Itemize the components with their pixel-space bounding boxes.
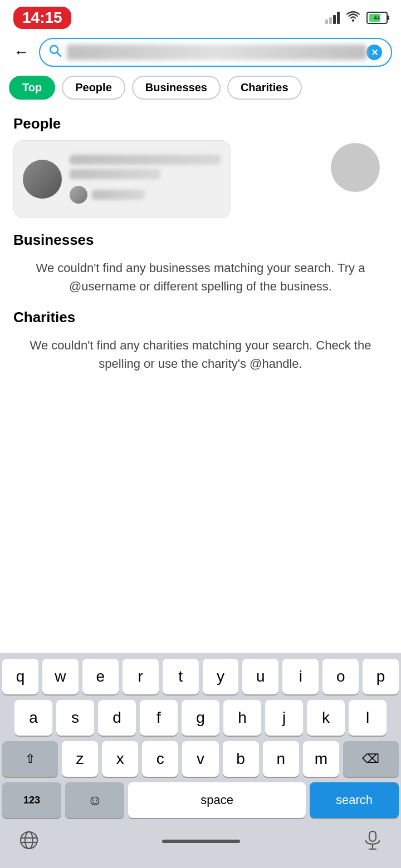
filter-tabs: Top People Businesses Charities [0, 73, 401, 106]
status-bar: 14:15 4+ [0, 0, 401, 33]
tab-people[interactable]: People [62, 76, 125, 100]
status-time: 14:15 [13, 7, 71, 29]
key-l[interactable]: l [349, 700, 387, 736]
keyboard-row-1: q w e r t y u i o p [2, 659, 399, 694]
space-label: space [200, 793, 233, 807]
key-a[interactable]: a [14, 700, 52, 736]
keyboard-row-4: 123 ☺ space search [2, 782, 399, 818]
main-content: People Businesses We couldn't find any b… [0, 106, 401, 391]
backspace-icon: ⌫ [362, 752, 379, 766]
keyboard-accessory [2, 823, 399, 866]
key-g[interactable]: g [182, 700, 219, 736]
key-t[interactable]: t [163, 659, 199, 694]
home-indicator [162, 840, 240, 843]
mini-avatar [70, 186, 87, 204]
businesses-heading: Businesses [13, 231, 388, 249]
charities-heading: Charities [13, 309, 388, 326]
businesses-section: Businesses We couldn't find any business… [13, 231, 388, 295]
emoji-key[interactable]: ☺ [65, 782, 124, 818]
blurred-handle [70, 169, 160, 179]
blurred-name [70, 155, 221, 165]
scroll-hint-circle [331, 143, 380, 192]
status-icons: 4+ [325, 10, 388, 26]
tab-charities[interactable]: Charities [227, 76, 302, 100]
globe-icon[interactable] [19, 830, 39, 852]
key-f[interactable]: f [140, 700, 178, 736]
svg-rect-7 [369, 831, 376, 841]
search-icon [49, 45, 61, 60]
key-e[interactable]: e [82, 659, 119, 694]
businesses-no-results: We couldn't find any businesses matching… [22, 259, 379, 295]
tab-top[interactable]: Top [9, 76, 55, 100]
numbers-label: 123 [23, 795, 40, 806]
avatar [23, 160, 62, 199]
people-heading: People [13, 115, 388, 132]
key-i[interactable]: i [282, 659, 319, 694]
people-section: People [13, 115, 388, 218]
search-label: search [336, 793, 373, 807]
tab-businesses[interactable]: Businesses [132, 76, 221, 100]
key-b[interactable]: b [223, 741, 259, 777]
key-k[interactable]: k [307, 700, 345, 736]
key-u[interactable]: u [242, 659, 278, 694]
key-r[interactable]: r [123, 659, 159, 694]
key-c[interactable]: c [142, 741, 178, 777]
space-key[interactable]: space [128, 782, 306, 818]
card-text [70, 155, 221, 204]
key-s[interactable]: s [56, 700, 94, 736]
keyboard-row-2: a s d f g h j k l [2, 700, 399, 736]
signal-icon [325, 12, 340, 24]
svg-point-3 [21, 832, 37, 849]
close-icon: ✕ [371, 47, 378, 58]
search-key[interactable]: search [310, 782, 399, 818]
key-d[interactable]: d [98, 700, 136, 736]
search-input-container[interactable]: ✕ [39, 38, 392, 67]
key-o[interactable]: o [322, 659, 359, 694]
charities-no-results: We couldn't find any charities matching … [22, 336, 379, 373]
key-q[interactable]: q [2, 659, 38, 694]
battery-icon: 4+ [366, 12, 388, 24]
backspace-key[interactable]: ⌫ [343, 741, 399, 777]
shift-icon: ⇧ [25, 752, 35, 766]
people-results-row [13, 140, 388, 218]
back-arrow-icon: ← [13, 43, 29, 61]
shift-key[interactable]: ⇧ [2, 741, 58, 777]
key-h[interactable]: h [223, 700, 261, 736]
key-y[interactable]: y [203, 659, 239, 694]
back-button[interactable]: ← [9, 40, 33, 65]
blurred-info [92, 190, 145, 200]
svg-point-4 [25, 832, 33, 849]
key-x[interactable]: x [102, 741, 138, 777]
numbers-key[interactable]: 123 [2, 782, 61, 818]
wifi-icon [345, 10, 361, 26]
charities-section: Charities We couldn't find any charities… [13, 309, 388, 373]
key-w[interactable]: w [42, 659, 79, 694]
keyboard: q w e r t y u i o p a s d f g h j k l ⇧ … [0, 653, 401, 868]
person-card[interactable] [13, 140, 231, 218]
svg-point-0 [352, 19, 354, 22]
svg-line-2 [57, 53, 61, 57]
key-j[interactable]: j [265, 700, 303, 736]
key-z[interactable]: z [62, 741, 98, 777]
search-input[interactable] [67, 45, 366, 60]
search-clear-button[interactable]: ✕ [366, 45, 382, 60]
key-m[interactable]: m [303, 741, 339, 777]
mic-icon[interactable] [363, 830, 382, 852]
key-p[interactable]: p [363, 659, 399, 694]
keyboard-row-3: ⇧ z x c v b n m ⌫ [2, 741, 399, 777]
emoji-icon: ☺ [87, 792, 102, 809]
key-n[interactable]: n [263, 741, 299, 777]
search-bar-row: ← ✕ [0, 33, 401, 73]
key-v[interactable]: v [182, 741, 218, 777]
